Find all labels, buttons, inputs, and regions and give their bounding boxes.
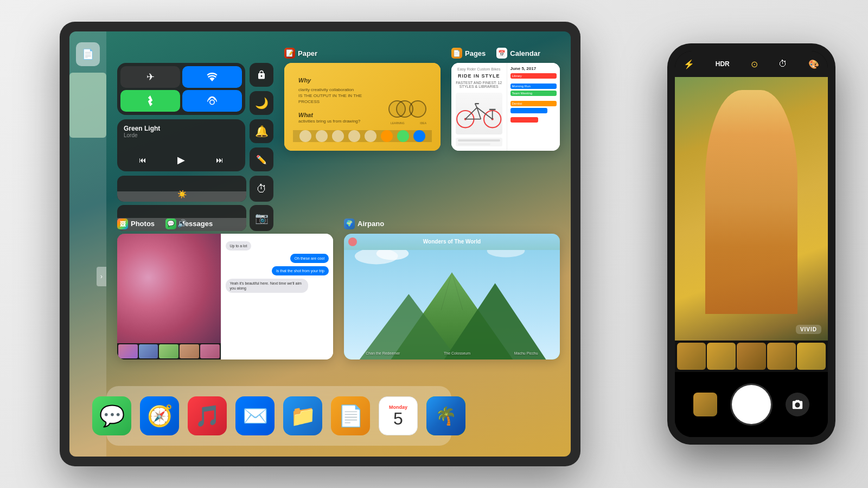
film-thumb-5 (797, 343, 826, 370)
photos-filmstrip (117, 343, 221, 359)
flash-icon[interactable]: ⚡ (684, 59, 694, 69)
pages-cal-header: 📄 Pages 📅 Calendar (451, 48, 540, 59)
dock-mail[interactable]: ✉️ (235, 396, 275, 435)
camera-toolbar: ⚡ HDR ⊙ ⏱ 🎨 (675, 51, 828, 77)
photos-main-image (117, 234, 221, 343)
iphone-screen: ⚡ HDR ⊙ ⏱ 🎨 VIVID (675, 51, 828, 437)
airpano-locations: Chan the Redeemer The Colosseum Machu Pi… (344, 351, 560, 355)
brightness-icon: ☀️ (177, 190, 187, 198)
sidebar-expand[interactable]: › (97, 267, 106, 286)
photos-title: Photos (131, 220, 155, 228)
cc-now-playing: Green Light Lorde ⏮ ▶ ⏭ (117, 119, 245, 171)
camera-app: ⚡ HDR ⊙ ⏱ 🎨 VIVID (675, 51, 828, 437)
dock-pages[interactable]: 📄 (331, 396, 370, 435)
dock-travel-inner: 🌴 (426, 396, 465, 435)
cc-timer-btn[interactable]: ⏱ (250, 176, 273, 202)
loc-3: Machu Picchu (514, 351, 538, 355)
tool-1[interactable] (299, 130, 311, 142)
paper-card[interactable]: Why clarity creativity collaboration IS … (284, 63, 441, 151)
app-row-2: 🖼 Photos 💬 Messages (117, 213, 560, 359)
photos-messages-wrapper: 🖼 Photos 💬 Messages (117, 234, 333, 359)
pages-doc-desc: FASTEST AND FINEST: 12 STYLES & LIBRARIE… (456, 81, 502, 88)
dock-music[interactable]: 🎵 (188, 396, 227, 435)
tool-3[interactable] (332, 130, 344, 142)
paper-title: Paper (298, 49, 317, 57)
msg-bubble-2: Oh these are cool (290, 254, 329, 263)
airpano-card[interactable]: Wonders of The World (344, 234, 560, 359)
person-figure (705, 90, 797, 314)
color-swatch-2[interactable] (397, 130, 409, 142)
iphone: ⚡ HDR ⊙ ⏱ 🎨 VIVID (667, 43, 835, 445)
venn-label1: LEARNING (391, 121, 405, 125)
pages-doc-subtitle: Easy Rider Custom Bikes (456, 67, 502, 71)
photos-label: 🖼 Photos (117, 219, 155, 229)
paper-label: 📝 Paper (284, 48, 317, 59)
photos-icon: 🖼 (117, 219, 128, 229)
film-thumb-2 (707, 343, 736, 370)
sketch-why: Why (298, 77, 426, 84)
msg-bubble-4: Yeah it's beautiful here. Next time we'l… (226, 279, 308, 293)
tool-4[interactable] (348, 130, 360, 142)
color-swatch-3[interactable] (413, 130, 425, 142)
dock-files[interactable]: 📁 (283, 396, 322, 435)
color-swatch-1[interactable] (381, 130, 393, 142)
camera-library-thumb[interactable] (693, 393, 717, 416)
calendar-content: June 5, 2017 Library Morning Run Team Me… (507, 63, 560, 151)
camera-viewfinder: VIVID (675, 77, 828, 341)
pages-calendar-card[interactable]: Easy Rider Custom Bikes RIDE IN STYLE FA… (451, 63, 560, 151)
filter-icon[interactable]: 🎨 (808, 59, 819, 69)
cc-brightness-slider[interactable]: ☀️ (117, 176, 246, 202)
ipad: 📄 › 📝 Paper (60, 22, 580, 466)
live-photo-icon[interactable]: ⊙ (751, 59, 758, 69)
dock-calendar[interactable]: Monday 5 (379, 396, 418, 435)
venn-label2: IDEA (420, 121, 426, 125)
photos-messages-card[interactable]: Up to a lot Oh these are cool Is that th… (117, 234, 333, 359)
svg-line-4 (465, 108, 477, 119)
cc-edit-btn[interactable]: ✏️ (250, 147, 273, 171)
film-thumb-4 (767, 343, 796, 370)
cc-wifi-btn[interactable] (182, 66, 242, 88)
dock-travel[interactable]: 🌴 (426, 396, 465, 435)
photo-thumb-2 (139, 344, 158, 358)
cc-rotation-lock-btn[interactable] (250, 63, 273, 87)
airpano-title: Airpano (358, 220, 384, 228)
airpano-icon: 🌍 (344, 219, 355, 229)
iphone-home-indicator (738, 415, 765, 442)
sidebar-icon-1: 📄 (76, 42, 100, 66)
timer-icon[interactable]: ⏱ (778, 59, 787, 69)
cc-side-buttons: 🌙 (250, 63, 273, 115)
mountain-svg (344, 250, 560, 359)
dock-messages[interactable]: 💬 (92, 396, 131, 435)
camera-flip-btn[interactable] (786, 393, 809, 416)
camera-filmstrip (675, 341, 828, 372)
airpano-doc-title: Wonders of The World (423, 239, 481, 245)
cc-do-not-disturb-btn[interactable]: 🌙 (250, 91, 273, 115)
photo-thumb-1 (118, 344, 138, 358)
tool-5[interactable] (365, 130, 376, 142)
cc-airdrop-btn[interactable] (182, 90, 242, 112)
np-prev-btn[interactable]: ⏮ (139, 156, 146, 164)
film-thumb-4-img (767, 343, 796, 370)
airpano-close-btn[interactable] (348, 237, 357, 246)
vivid-badge: VIVID (796, 325, 821, 334)
paper-toolbar (293, 130, 432, 142)
paper-icon: 📝 (284, 48, 295, 59)
scene: 📄 › 📝 Paper (0, 0, 868, 488)
loc-1: Chan the Redeemer (366, 351, 400, 355)
dock-cal-num: 5 (393, 410, 403, 427)
film-thumb-3-img (737, 343, 765, 370)
np-play-btn[interactable]: ▶ (177, 154, 185, 166)
pages-doc-heading: RIDE IN STYLE (456, 73, 502, 79)
messages-icon: 💬 (165, 219, 176, 229)
calendar-header: June 5, 2017 (510, 66, 557, 71)
cc-airplane-btn[interactable]: ✈ (120, 66, 180, 88)
hdr-label[interactable]: HDR (716, 60, 730, 68)
pages-bike-image (456, 93, 502, 134)
cc-bluetooth-btn[interactable] (120, 90, 180, 112)
airpano-title-bar: Wonders of The World (344, 234, 560, 250)
tool-2[interactable] (316, 130, 328, 142)
np-next-btn[interactable]: ⏭ (216, 156, 224, 164)
cc-row-connectivity: ✈ (117, 63, 273, 115)
dock-safari[interactable]: 🧭 (140, 396, 179, 435)
cc-notification-btn[interactable]: 🔔 (250, 119, 273, 143)
